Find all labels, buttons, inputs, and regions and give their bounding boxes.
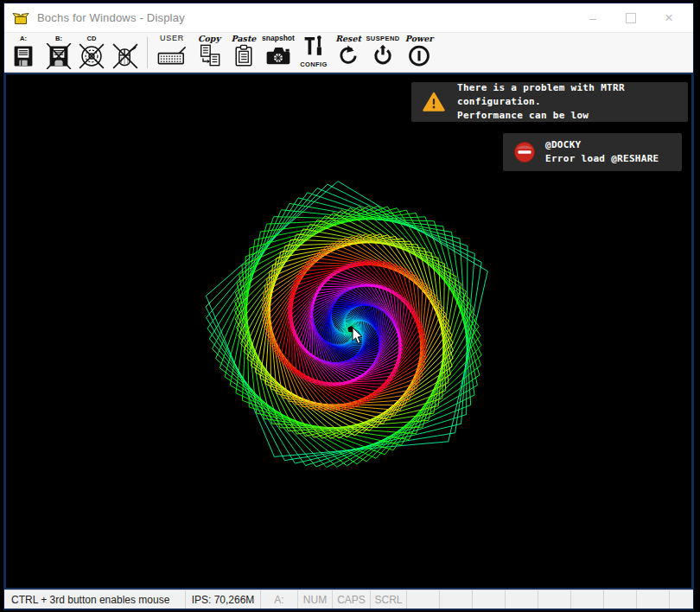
maximize-button[interactable] (612, 5, 650, 31)
mouse-cursor (352, 327, 364, 345)
toolbar-button-mouse[interactable] (109, 34, 142, 72)
status-empty-cell (571, 590, 604, 609)
toolbar-button-floppy-a[interactable]: A: (9, 34, 38, 72)
toolbar-button-suspend[interactable]: SUSPEND (366, 34, 400, 72)
toast-error[interactable]: @DOCKY Error load @RESHARE (503, 133, 682, 171)
paste-icon (232, 43, 256, 67)
config-tools-icon (301, 34, 327, 60)
warning-icon (423, 92, 445, 112)
maximize-icon (626, 13, 636, 23)
toast-warning[interactable]: There is a problem with MTRR configurati… (411, 82, 688, 122)
keyboard-icon (156, 43, 188, 67)
status-caps-lock: CAPS (333, 590, 371, 609)
status-floppy-a: A: (261, 590, 298, 609)
status-empty-cell (506, 590, 538, 609)
status-empty-cell (538, 590, 571, 609)
mouse-disabled-icon (112, 43, 138, 69)
floppy-a-icon (11, 43, 35, 69)
status-message: CTRL + 3rd button enables mouse (4, 590, 186, 609)
status-scroll-lock: SCRL (371, 590, 407, 609)
suspend-icon (371, 43, 395, 67)
warning-text: There is a problem with MTRR configurati… (457, 81, 688, 123)
camera-icon (264, 43, 293, 67)
toolbar-button-copy[interactable]: Copy (194, 34, 224, 72)
toolbar-button-paste[interactable]: Paste (229, 34, 258, 72)
status-empty-cell (604, 590, 637, 609)
cdrom-disabled-icon (79, 43, 105, 69)
close-button[interactable]: × (650, 5, 688, 31)
minimize-button[interactable]: – (574, 5, 612, 31)
toolbar: A: B: (4, 32, 693, 73)
bochs-logo-icon (12, 10, 29, 26)
guest-display[interactable]: There is a problem with MTRR configurati… (4, 73, 693, 590)
toolbar-button-user-keys[interactable]: USER (154, 34, 190, 72)
error-icon (513, 141, 536, 163)
toolbar-button-reset[interactable]: Reset (333, 34, 364, 72)
status-empty-cell (670, 590, 693, 609)
reset-icon (336, 43, 360, 67)
power-icon (407, 43, 431, 67)
toolbar-button-cdrom[interactable]: CD (76, 34, 107, 72)
toolbar-separator (147, 37, 148, 68)
floppy-b-disabled-icon (46, 43, 72, 69)
status-bar: CTRL + 3rd button enables mouse IPS: 70,… (4, 590, 693, 609)
title-bar[interactable]: Bochs for Windows - Display – × (4, 3, 693, 32)
status-num-lock: NUM (298, 590, 333, 609)
status-empty-cell (440, 590, 473, 609)
error-text: @DOCKY Error load @RESHARE (545, 138, 659, 166)
status-empty-cell (473, 590, 506, 609)
copy-icon (197, 43, 221, 67)
bochs-window: Bochs for Windows - Display – × A: B: (3, 3, 694, 610)
toolbar-button-floppy-b[interactable]: B: (43, 34, 74, 72)
toolbar-button-snapshot[interactable]: snapshot (260, 34, 296, 72)
status-empty-cell (637, 590, 670, 609)
toolbar-button-power[interactable]: Power (402, 34, 436, 72)
status-empty-cell (407, 590, 440, 609)
toolbar-button-config[interactable]: CONFIG (298, 34, 329, 72)
window-title: Bochs for Windows - Display (37, 11, 574, 24)
status-ips: IPS: 70,266M (186, 590, 261, 609)
